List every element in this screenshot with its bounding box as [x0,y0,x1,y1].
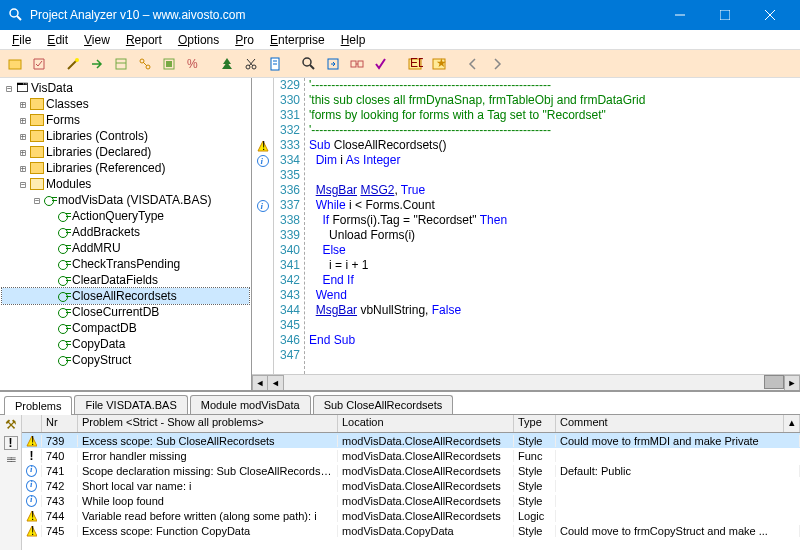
scroll-left-button[interactable]: ◄ [252,375,268,391]
open-icon[interactable] [4,53,26,75]
fwd-icon[interactable] [486,53,508,75]
tree-folder-3[interactable]: ⊞Libraries (Declared) [2,144,249,160]
box1-icon[interactable] [110,53,132,75]
svg-line-1 [17,16,21,20]
menu-report[interactable]: Report [118,31,170,49]
svg-point-24 [303,58,311,66]
problem-row[interactable]: !739Excess scope: Sub CloseAllRecordsets… [22,433,800,448]
tree-method-2[interactable]: AddMRU [2,240,249,256]
tree-method-1[interactable]: AddBrackets [2,224,249,240]
svg-rect-27 [351,61,356,67]
tree-method-8[interactable]: CopyData [2,336,249,352]
tree-method-9[interactable]: CopyStruct [2,352,249,368]
col-type[interactable]: Type [514,415,556,432]
col-scroll-up[interactable]: ▴ [784,415,800,432]
svg-rect-6 [9,60,21,69]
cut-icon[interactable] [240,53,262,75]
svg-point-8 [75,58,79,62]
tab-2[interactable]: Module modVisData [190,395,311,414]
percent-icon[interactable]: % [182,53,204,75]
tree-method-6[interactable]: CloseCurrentDB [2,304,249,320]
problems-panel: ProblemsFile VISDATA.BASModule modVisDat… [0,390,800,550]
box2-icon[interactable] [158,53,180,75]
goto-icon[interactable] [322,53,344,75]
col-nr[interactable]: Nr [42,415,78,432]
ref-icon[interactable] [346,53,368,75]
minimize-button[interactable] [657,0,702,30]
menu-edit[interactable]: Edit [39,31,76,49]
menu-options[interactable]: Options [170,31,227,49]
grid-header[interactable]: Nr Problem <Strict - Show all problems> … [22,415,800,433]
tree-icon[interactable] [216,53,238,75]
filter-icon[interactable]: ⚒ [5,417,17,432]
svg-text:!: ! [31,510,34,522]
scroll-thumb[interactable] [764,375,784,389]
tab-0[interactable]: Problems [4,396,72,415]
col-problem[interactable]: Problem <Strict - Show all problems> [78,415,338,432]
tree-folder-2[interactable]: ⊞Libraries (Controls) [2,128,249,144]
arrow-right-icon[interactable] [86,53,108,75]
scroll-track[interactable] [284,375,784,391]
problem-row[interactable]: 741Scope declaration missing: Sub CloseA… [22,463,800,478]
menu-view[interactable]: View [76,31,118,49]
svg-line-25 [310,65,314,69]
analyze-icon[interactable] [28,53,50,75]
menu-file[interactable]: File [4,31,39,49]
svg-text:!: ! [262,140,265,152]
ed-icon[interactable]: ED [404,53,426,75]
list-icon[interactable]: ≡≡ [7,454,15,465]
svg-rect-15 [166,61,172,67]
tree-module[interactable]: ⊟modVisData (VISDATA.BAS) [2,192,249,208]
link-icon[interactable] [134,53,156,75]
tree-folder-0[interactable]: ⊞Classes [2,96,249,112]
problem-row[interactable]: !744Variable read before written (along … [22,508,800,523]
tab-1[interactable]: File VISDATA.BAS [74,395,187,414]
problem-row[interactable]: 742Short local var name: imodVisData.Clo… [22,478,800,493]
tree-folder-4[interactable]: ⊞Libraries (Referenced) [2,160,249,176]
menu-help[interactable]: Help [333,31,374,49]
error-filter-icon[interactable]: ! [4,436,18,450]
problems-grid[interactable]: Nr Problem <Strict - Show all problems> … [22,415,800,550]
doc-icon[interactable] [264,53,286,75]
check-icon[interactable] [370,53,392,75]
tree-root[interactable]: ⊟🗔VisData [2,80,249,96]
scroll-right-button[interactable]: ► [784,375,800,391]
tree-method-7[interactable]: CompactDB [2,320,249,336]
svg-rect-28 [358,61,363,67]
menu-pro[interactable]: Pro [227,31,262,49]
tree-folder-1[interactable]: ⊞Forms [2,112,249,128]
col-location[interactable]: Location [338,415,514,432]
gutter-row [252,153,273,168]
menu-enterprise[interactable]: Enterprise [262,31,333,49]
tree-method-4[interactable]: ClearDataFields [2,272,249,288]
info-icon [257,155,269,167]
scroll-left2-button[interactable]: ◄ [268,375,284,391]
tree-method-5[interactable]: CloseAllRecordsets [2,288,249,304]
svg-rect-3 [720,10,730,20]
svg-text:%: % [187,57,198,71]
tab-3[interactable]: Sub CloseAllRecordsets [313,395,454,414]
problem-row[interactable]: 743While loop foundmodVisData.CloseAllRe… [22,493,800,508]
problem-row[interactable]: !740Error handler missingmodVisData.Clos… [22,448,800,463]
wand-icon[interactable] [62,53,84,75]
source-code[interactable]: '---------------------------------------… [305,78,800,374]
project-tree[interactable]: ⊟🗔VisData⊞Classes⊞Forms⊞Libraries (Contr… [0,78,252,390]
star-icon[interactable]: ★ [428,53,450,75]
back-icon[interactable] [462,53,484,75]
col-comment[interactable]: Comment [556,415,784,432]
gutter-row [252,318,273,333]
problem-row[interactable]: !745Excess scope: Function CopyDatamodVi… [22,523,800,538]
close-button[interactable] [747,0,792,30]
maximize-button[interactable] [702,0,747,30]
tree-method-3[interactable]: CheckTransPending [2,256,249,272]
gutter-row [252,213,273,228]
problems-sidebar: ⚒ ! ≡≡ [0,415,22,550]
tree-folder-5[interactable]: ⊟Modules [2,176,249,192]
gutter-row: ! [252,138,273,153]
search-icon[interactable] [298,53,320,75]
gutter-row [252,288,273,303]
info-icon [26,480,37,492]
svg-rect-9 [116,59,126,69]
tree-method-0[interactable]: ActionQueryType [2,208,249,224]
horizontal-scrollbar[interactable]: ◄ ◄ ► [252,374,800,390]
